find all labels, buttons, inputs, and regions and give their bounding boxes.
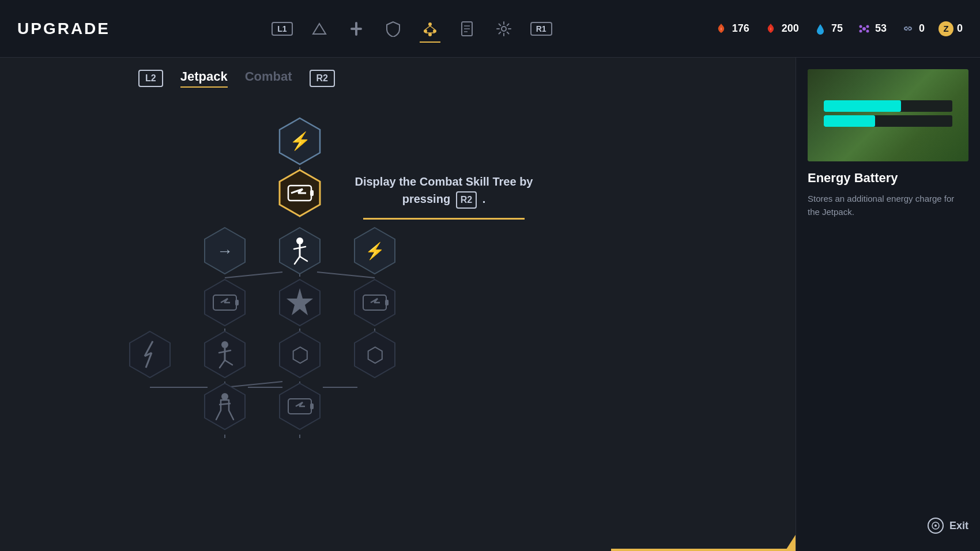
zenny-value: 0 bbox=[957, 22, 963, 35]
document-icon[interactable] bbox=[457, 18, 477, 39]
node-n13[interactable] bbox=[199, 380, 251, 435]
R1-button[interactable]: R1 bbox=[530, 22, 552, 36]
svg-point-3 bbox=[428, 22, 432, 26]
exit-button[interactable]: Exit bbox=[808, 512, 968, 539]
svg-point-5 bbox=[433, 29, 436, 33]
node-n2[interactable] bbox=[274, 167, 326, 221]
node-n3[interactable]: → bbox=[199, 225, 251, 279]
R2-button[interactable]: R2 bbox=[310, 70, 335, 87]
preview-bars bbox=[824, 100, 952, 130]
svg-rect-57 bbox=[235, 300, 239, 305]
links-icon bbox=[900, 21, 915, 36]
message-underline bbox=[363, 218, 525, 220]
node-n5[interactable]: ⚡ bbox=[349, 225, 401, 279]
exit-circle-icon bbox=[928, 518, 944, 534]
svg-point-4 bbox=[424, 29, 427, 33]
node-n1[interactable]: ⚡ bbox=[274, 115, 326, 169]
preview-bar-2-fill bbox=[824, 115, 875, 127]
svg-text:⬡: ⬡ bbox=[291, 343, 309, 367]
svg-point-6 bbox=[428, 33, 432, 36]
svg-point-18 bbox=[866, 25, 869, 28]
node-n6[interactable] bbox=[199, 277, 251, 331]
gear-icon[interactable] bbox=[493, 18, 514, 39]
connection-lines bbox=[69, 105, 588, 508]
tab-jetpack[interactable]: Jetpack bbox=[180, 69, 228, 88]
nav-icons: L1 bbox=[272, 18, 552, 39]
svg-point-17 bbox=[859, 25, 862, 28]
water-icon bbox=[813, 21, 828, 36]
svg-point-74 bbox=[221, 341, 228, 348]
svg-rect-65 bbox=[385, 300, 389, 305]
node-n8[interactable] bbox=[349, 277, 401, 331]
resource-zenny: Z 0 bbox=[938, 21, 963, 36]
red-fire-icon bbox=[763, 21, 778, 36]
svg-point-48 bbox=[296, 237, 303, 244]
preview-bar-1-bg bbox=[824, 100, 952, 112]
main-content: L2 Jetpack Combat R2 bbox=[0, 58, 980, 551]
skill-tree-canvas: ⚡ → bbox=[69, 105, 588, 480]
svg-marker-0 bbox=[313, 24, 326, 34]
bottom-bar-arrow bbox=[785, 535, 796, 551]
svg-line-7 bbox=[425, 26, 430, 29]
top-bar: UPGRADE L1 bbox=[0, 0, 980, 58]
shield-icon[interactable] bbox=[383, 18, 404, 39]
purple-value: 53 bbox=[875, 22, 887, 35]
message-box: Display the Combat Skill Tree by pressin… bbox=[334, 173, 553, 220]
resource-red-fire: 200 bbox=[763, 21, 799, 36]
purple-icon bbox=[857, 21, 872, 36]
svg-point-16 bbox=[862, 27, 866, 31]
message-text: Display the Combat Skill Tree by pressin… bbox=[334, 173, 553, 209]
tab-combat[interactable]: Combat bbox=[245, 69, 292, 88]
right-panel: Energy Battery Stores an additional ener… bbox=[796, 58, 980, 551]
svg-rect-89 bbox=[310, 403, 314, 409]
item-description: Stores an additional energy charge for t… bbox=[808, 193, 968, 218]
resource-water: 75 bbox=[813, 21, 843, 36]
node-n11[interactable]: ⬡ bbox=[274, 329, 326, 383]
node-n4[interactable] bbox=[274, 225, 326, 279]
svg-point-84 bbox=[221, 393, 228, 400]
message-line1: Display the Combat Skill Tree by pressin… bbox=[355, 175, 533, 205]
svg-text:⬡: ⬡ bbox=[366, 343, 384, 367]
bottom-progress-bar bbox=[611, 549, 796, 551]
preview-bar-1-fill bbox=[824, 100, 901, 112]
svg-point-20 bbox=[866, 29, 869, 32]
item-name: Energy Battery bbox=[808, 171, 968, 186]
node-n12[interactable]: ⬡ bbox=[349, 329, 401, 383]
svg-text:→: → bbox=[217, 242, 233, 260]
preview-bar-2-bg bbox=[824, 115, 952, 127]
R2-inline-button: R2 bbox=[456, 191, 477, 209]
svg-point-94 bbox=[934, 524, 937, 527]
red-fire-value: 200 bbox=[782, 22, 799, 35]
zenny-icon: Z bbox=[938, 21, 953, 36]
resource-links: 0 bbox=[900, 21, 925, 36]
node-n10[interactable] bbox=[199, 329, 251, 383]
svg-text:⚡: ⚡ bbox=[289, 131, 311, 152]
page-title: UPGRADE bbox=[17, 20, 110, 38]
links-value: 0 bbox=[919, 22, 925, 35]
svg-rect-41 bbox=[310, 190, 314, 196]
svg-text:⚡: ⚡ bbox=[365, 241, 385, 261]
resources-bar: 176 200 75 53 0 bbox=[714, 21, 963, 36]
tab-bar: L2 Jetpack Combat R2 bbox=[23, 69, 772, 88]
message-suffix: . bbox=[483, 193, 486, 205]
exit-label: Exit bbox=[949, 520, 968, 532]
svg-point-19 bbox=[859, 29, 862, 32]
L1-button[interactable]: L1 bbox=[272, 22, 292, 36]
node-n14[interactable] bbox=[274, 380, 326, 435]
L2-button[interactable]: L2 bbox=[138, 70, 163, 87]
fire-icon bbox=[714, 21, 729, 36]
triangle-icon[interactable] bbox=[309, 18, 330, 39]
skill-tree-area: L2 Jetpack Combat R2 bbox=[0, 58, 796, 551]
water-value: 75 bbox=[831, 22, 843, 35]
svg-line-8 bbox=[430, 26, 435, 29]
fire-value: 176 bbox=[732, 22, 749, 35]
resource-purple: 53 bbox=[857, 21, 887, 36]
svg-rect-2 bbox=[355, 22, 357, 36]
weapon-icon[interactable] bbox=[346, 18, 367, 39]
svg-marker-83 bbox=[205, 383, 245, 429]
node-n9[interactable] bbox=[124, 329, 176, 383]
item-preview-image bbox=[808, 69, 968, 161]
skill-tree-icon[interactable] bbox=[420, 18, 440, 39]
resource-fire: 176 bbox=[714, 21, 749, 36]
node-n7[interactable] bbox=[274, 277, 326, 331]
